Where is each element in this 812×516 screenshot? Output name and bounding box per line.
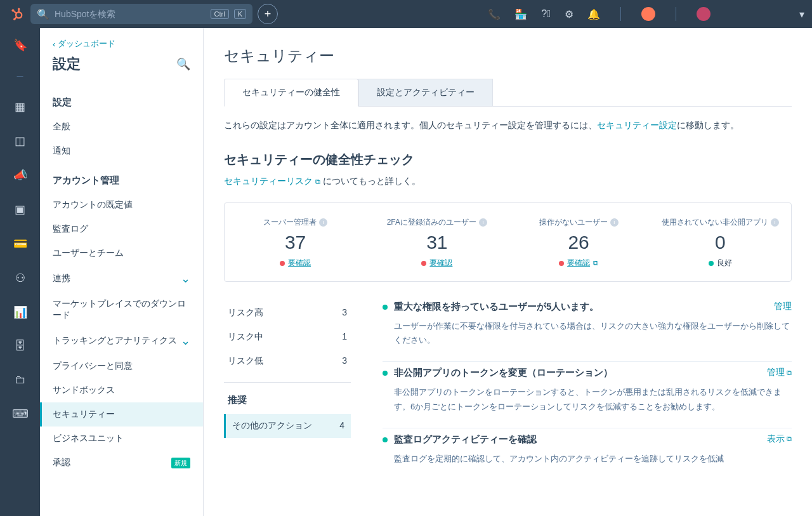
finding-description: 非公開アプリのトークンをローテーションすると、トークンが悪用または乱用されるリス… xyxy=(383,385,792,413)
sb-item-integrations[interactable]: 連携⌄ xyxy=(40,265,203,292)
finding-title: 重大な権限を持っているユーザーが5人います。 xyxy=(394,301,768,313)
search-icon: 🔍 xyxy=(37,8,49,20)
status-dot xyxy=(383,437,388,442)
contacts-icon[interactable]: ◫ xyxy=(15,134,25,148)
sb-heading-settings: 設定 xyxy=(40,85,203,115)
notifications-icon[interactable]: 🔔 xyxy=(587,8,600,20)
sb-item-users-teams[interactable]: ユーザーとチーム xyxy=(40,241,203,265)
chevron-down-icon: ⌄ xyxy=(181,272,190,286)
section-subtitle: セキュリティーリスク ⧉ についてもっと詳しく。 xyxy=(224,176,792,187)
finding-item: 監査ログアクティビティーを確認表示 ⧉監査ログを定期的に確認して、アカウント内の… xyxy=(383,433,792,480)
sb-heading-account: アカウント管理 xyxy=(40,163,203,193)
account-menu[interactable]: ▾ xyxy=(697,7,804,21)
sb-item-security[interactable]: セキュリティー xyxy=(40,402,203,427)
stat-label: スーパー管理者 i xyxy=(263,217,327,228)
stat-value: 0 xyxy=(656,232,785,253)
info-icon[interactable]: i xyxy=(610,218,619,227)
info-icon[interactable]: i xyxy=(771,218,779,227)
create-button[interactable]: + xyxy=(258,4,278,24)
sidebar-search-icon[interactable]: 🔍 xyxy=(176,57,190,71)
reports-icon[interactable]: 📊 xyxy=(13,305,27,319)
sb-item-business-units[interactable]: ビジネスユニット xyxy=(40,427,203,451)
tabs: セキュリティーの健全性 設定とアクティビティー xyxy=(224,79,792,107)
hubspot-logo[interactable] xyxy=(8,5,25,23)
review-link[interactable]: 要確認 xyxy=(288,258,311,268)
settings-icon[interactable]: ⚙ xyxy=(565,8,573,20)
sb-item-sandbox[interactable]: サンドボックス xyxy=(40,378,203,402)
global-search[interactable]: 🔍 Ctrl K xyxy=(30,4,252,24)
intro-text: これらの設定はアカウント全体に適用されます。個人のセキュリティー設定を管理するに… xyxy=(224,118,792,133)
stat-status: 要確認 ⧉ xyxy=(559,258,598,268)
status-dot xyxy=(709,261,714,266)
stat-status: 良好 xyxy=(709,258,732,268)
finding-action-link[interactable]: 管理 ⧉ xyxy=(767,367,792,378)
chevron-left-icon: ‹ xyxy=(53,39,55,49)
stat-value: 31 xyxy=(372,232,501,253)
finding-title: 監査ログアクティビティーを確認 xyxy=(394,433,761,446)
info-icon[interactable]: i xyxy=(479,218,487,227)
help-icon[interactable]: ?⃝ xyxy=(541,8,551,20)
external-link-icon: ⧉ xyxy=(593,259,598,267)
finding-action-link[interactable]: 管理 xyxy=(774,301,792,312)
external-link-icon: ⧉ xyxy=(315,178,320,185)
commerce-icon[interactable]: 💳 xyxy=(13,237,27,251)
user-avatar xyxy=(697,7,710,21)
external-link-icon: ⧉ xyxy=(787,435,792,443)
stat-label: 使用されていない非公開アプリ i xyxy=(662,217,779,228)
account-avatar[interactable] xyxy=(641,7,655,21)
info-icon[interactable]: i xyxy=(319,218,327,227)
main-content: セキュリティー セキュリティーの健全性 設定とアクティビティー これらの設定はア… xyxy=(204,28,812,516)
sb-item-general[interactable]: 全般 xyxy=(40,115,203,139)
finding-action-link[interactable]: 表示 ⧉ xyxy=(767,433,792,445)
stat-status: 要確認 xyxy=(280,258,311,268)
review-link[interactable]: 要確認 xyxy=(567,258,590,268)
section-title: セキュリティーの健全性チェック xyxy=(224,151,792,168)
security-settings-link[interactable]: セキュリティー設定 xyxy=(597,120,677,130)
svg-point-6 xyxy=(13,18,15,20)
finding-description: 監査ログを定期的に確認して、アカウント内のアクティビティーを追跡してリスクを低減 xyxy=(383,452,792,466)
separator xyxy=(620,7,621,21)
topnav-icons: 📞 🏪 ?⃝ ⚙ 🔔 ▾ xyxy=(488,7,804,21)
tab-settings-activity[interactable]: 設定とアクティビティー xyxy=(358,79,493,106)
stat-card: 使用されていない非公開アプリ i0良好 xyxy=(650,212,791,273)
svg-line-2 xyxy=(14,11,17,13)
marketplace-icon[interactable]: 🏪 xyxy=(514,8,527,20)
risk-summary: リスク高3 リスク中1 リスク低3 推奨 その他のアクション4 xyxy=(224,301,351,484)
data-icon[interactable]: 🗄 xyxy=(15,340,26,353)
tab-security-health[interactable]: セキュリティーの健全性 xyxy=(224,79,358,107)
other-actions-item[interactable]: その他のアクション4 xyxy=(224,414,351,438)
sb-item-marketplace-dl[interactable]: マーケットプレイスでのダウンロード xyxy=(40,292,203,327)
marketing-icon[interactable]: 📣 xyxy=(13,168,27,182)
stat-card: 操作がないユーザー i26要確認 ⧉ xyxy=(508,212,650,273)
sb-item-privacy[interactable]: プライバシーと同意 xyxy=(40,354,203,378)
page-title: セキュリティー xyxy=(224,46,792,66)
search-input[interactable] xyxy=(55,9,206,19)
review-link[interactable]: 要確認 xyxy=(429,258,452,268)
sb-item-notifications[interactable]: 通知 xyxy=(40,139,203,163)
code-icon[interactable]: ⌨ xyxy=(12,407,29,421)
sb-item-defaults[interactable]: アカウントの既定値 xyxy=(40,193,203,217)
risk-med[interactable]: リスク中1 xyxy=(224,325,351,349)
recommended-heading: 推奨 xyxy=(224,392,351,414)
sb-item-auditlog[interactable]: 監査ログ xyxy=(40,217,203,241)
apps-icon[interactable]: ▦ xyxy=(15,100,25,114)
bookmark-icon[interactable]: 🔖 xyxy=(13,38,27,52)
files-icon[interactable]: 🗀 xyxy=(15,373,26,387)
rail-divider: — xyxy=(17,72,23,79)
sb-item-approvals[interactable]: 承認新規 xyxy=(40,451,203,475)
content-icon[interactable]: ▣ xyxy=(15,202,25,216)
sb-item-tracking-analytics[interactable]: トラッキングとアナリティクス⌄ xyxy=(40,327,203,354)
automation-icon[interactable]: ⚇ xyxy=(15,271,25,285)
stat-value: 26 xyxy=(514,232,643,253)
risk-high[interactable]: リスク高3 xyxy=(224,301,351,325)
settings-sidebar: ‹ ダッシュボード 設定 🔍 設定 全般 通知 アカウント管理 アカウントの既定… xyxy=(40,28,204,516)
chevron-down-icon: ▾ xyxy=(799,8,804,20)
phone-icon[interactable]: 📞 xyxy=(488,8,501,20)
back-link[interactable]: ‹ ダッシュボード xyxy=(40,38,203,55)
security-risks-link[interactable]: セキュリティーリスク ⧉ xyxy=(224,176,320,186)
stat-card: スーパー管理者 i37要確認 xyxy=(225,212,366,273)
stat-status: 要確認 xyxy=(421,258,452,268)
back-label: ダッシュボード xyxy=(58,38,115,50)
finding-title: 非公開アプリのトークンを変更（ローテーション） xyxy=(394,367,761,379)
risk-low[interactable]: リスク低3 xyxy=(224,349,351,373)
